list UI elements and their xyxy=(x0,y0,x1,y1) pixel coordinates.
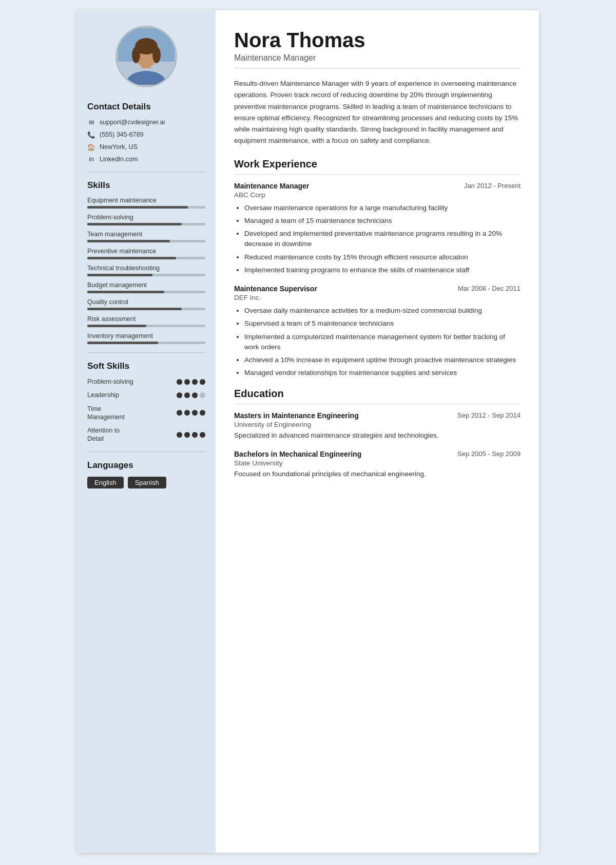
skill-name: Preventive maintenance xyxy=(87,248,205,255)
skill-bar xyxy=(87,206,205,209)
edu-desc: Specialized in advanced maintenance stra… xyxy=(234,430,521,441)
resume-container: Contact Details ✉ support@cvdesigner.ai … xyxy=(77,10,539,853)
dots xyxy=(177,379,205,385)
edu-divider xyxy=(234,404,521,404)
dot-filled xyxy=(192,392,198,398)
language-tags: EnglishSpanish xyxy=(87,477,205,488)
list-item: Managed vendor relationships for mainten… xyxy=(244,368,521,378)
skill-bar xyxy=(87,291,205,293)
dot-filled xyxy=(184,432,190,438)
edu-degree: Masters in Maintenance Engineering xyxy=(234,411,359,420)
skill-item: Technical troubleshooting xyxy=(87,265,205,276)
skill-fill xyxy=(87,342,158,344)
skill-bar xyxy=(87,223,205,225)
svg-point-6 xyxy=(132,47,140,63)
language-tag: English xyxy=(87,477,124,488)
list-item: Supervised a team of 5 maintenance techn… xyxy=(244,318,521,329)
phone-icon: 📞 xyxy=(87,130,95,139)
soft-skill-name: TimeManagement xyxy=(87,405,177,422)
skill-name: Quality control xyxy=(87,298,205,306)
skill-fill xyxy=(87,274,152,276)
jobs-list: Maintenance Manager Jan 2012 - Present A… xyxy=(234,182,521,379)
edu-school: University of Engineering xyxy=(234,421,521,428)
soft-skill-item: Problem-solving xyxy=(87,378,205,386)
languages-title: Languages xyxy=(87,460,205,471)
dot-filled xyxy=(177,392,182,398)
edu-degree: Bachelors in Mechanical Engineering xyxy=(234,450,361,458)
job-date: Jan 2012 - Present xyxy=(464,182,521,190)
job-date: Mar 2008 - Dec 2011 xyxy=(458,285,521,292)
skill-item: Preventive maintenance xyxy=(87,248,205,259)
skill-name: Problem-solving xyxy=(87,214,205,221)
summary: Results-driven Maintenance Manager with … xyxy=(234,78,521,147)
skill-item: Inventory management xyxy=(87,332,205,344)
list-item: Oversaw daily maintenance activities for… xyxy=(244,306,521,316)
edu-school: State University xyxy=(234,459,521,467)
education-list: Masters in Maintenance Engineering Sep 2… xyxy=(234,411,521,480)
linkedin-icon: in xyxy=(87,155,95,163)
skill-item: Problem-solving xyxy=(87,214,205,225)
dot-filled xyxy=(192,410,198,416)
soft-skills-list: Problem-solving Leadership TimeManagemen… xyxy=(87,378,205,443)
job-company: DEF Inc. xyxy=(234,294,521,302)
dot-filled xyxy=(200,379,205,385)
candidate-title: Maintenance Manager xyxy=(234,53,521,63)
language-tag: Spanish xyxy=(128,477,166,488)
email-icon: ✉ xyxy=(87,118,95,126)
contact-section-title: Contact Details xyxy=(87,102,205,112)
dot-filled xyxy=(177,410,182,416)
soft-skills-title: Soft Skills xyxy=(87,361,205,371)
soft-skill-item: TimeManagement xyxy=(87,405,205,422)
divider-3 xyxy=(87,452,205,452)
skill-name: Budget management xyxy=(87,281,205,289)
main-content: Nora Thomas Maintenance Manager Results-… xyxy=(216,10,539,853)
candidate-name: Nora Thomas xyxy=(234,29,521,51)
dot-filled xyxy=(192,379,198,385)
dots xyxy=(177,410,205,416)
location-item: 🏠 NewYork, US xyxy=(87,143,205,151)
phone-item: 📞 (555) 345-6789 xyxy=(87,130,205,139)
edu-header: Masters in Maintenance Engineering Sep 2… xyxy=(234,411,521,420)
job-item: Maintenance Manager Jan 2012 - Present A… xyxy=(234,182,521,276)
education-item: Masters in Maintenance Engineering Sep 2… xyxy=(234,411,521,441)
skill-bar xyxy=(87,325,205,327)
list-item: Implemented training programs to enhance… xyxy=(244,265,521,275)
main-divider xyxy=(234,68,521,69)
job-item: Maintenance Supervisor Mar 2008 - Dec 20… xyxy=(234,285,521,379)
divider-2 xyxy=(87,352,205,353)
skills-section-title: Skills xyxy=(87,180,205,191)
skill-name: Inventory management xyxy=(87,332,205,340)
skill-name: Technical troubleshooting xyxy=(87,265,205,272)
dots xyxy=(177,392,205,398)
dots xyxy=(177,432,205,438)
list-item: Developed and implemented preventative m… xyxy=(244,229,521,250)
job-bullets: Oversaw maintenance operations for a lar… xyxy=(234,203,521,276)
skill-bar xyxy=(87,308,205,310)
divider-1 xyxy=(87,172,205,172)
dot-filled xyxy=(200,410,205,416)
experience-title: Work Experience xyxy=(234,158,521,170)
skill-fill xyxy=(87,257,176,259)
job-header: Maintenance Supervisor Mar 2008 - Dec 20… xyxy=(234,285,521,293)
dot-filled xyxy=(184,410,190,416)
avatar xyxy=(87,26,205,87)
edu-desc: Focused on foundational principles of me… xyxy=(234,469,521,479)
skill-name: Risk assessment xyxy=(87,315,205,323)
job-company: ABC Corp xyxy=(234,191,521,199)
skill-bar xyxy=(87,274,205,276)
education-title: Education xyxy=(234,388,521,400)
email-item: ✉ support@cvdesigner.ai xyxy=(87,118,205,126)
skill-bar xyxy=(87,240,205,242)
dot-filled xyxy=(192,432,198,438)
list-item: Managed a team of 15 maintenance technic… xyxy=(244,216,521,226)
skill-fill xyxy=(87,240,170,242)
skill-name: Team management xyxy=(87,231,205,238)
dot-filled xyxy=(184,379,190,385)
skill-bar xyxy=(87,257,205,259)
list-item: Oversaw maintenance operations for a lar… xyxy=(244,203,521,213)
edu-header: Bachelors in Mechanical Engineering Sep … xyxy=(234,450,521,458)
list-item: Reduced maintenance costs by 15% through… xyxy=(244,252,521,262)
edu-date: Sep 2005 - Sep 2009 xyxy=(457,450,521,458)
skill-item: Team management xyxy=(87,231,205,242)
dot-filled xyxy=(177,432,182,438)
